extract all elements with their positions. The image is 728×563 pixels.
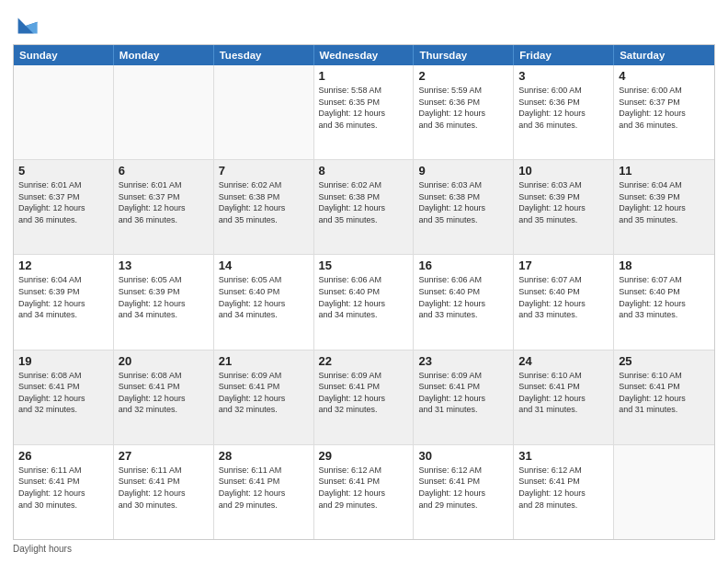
- calendar-cell: 28Sunrise: 6:11 AM Sunset: 6:41 PM Dayli…: [214, 445, 314, 539]
- calendar-cell: 6Sunrise: 6:01 AM Sunset: 6:37 PM Daylig…: [114, 160, 214, 254]
- day-number: 19: [18, 354, 108, 368]
- calendar-cell: [214, 65, 314, 159]
- day-info: Sunrise: 6:05 AM Sunset: 6:40 PM Dayligh…: [219, 274, 309, 320]
- day-info: Sunrise: 6:02 AM Sunset: 6:38 PM Dayligh…: [319, 179, 409, 225]
- day-number: 6: [119, 164, 209, 178]
- day-number: 27: [119, 449, 209, 463]
- day-info: Sunrise: 6:09 AM Sunset: 6:41 PM Dayligh…: [418, 370, 508, 416]
- calendar-row: 5Sunrise: 6:01 AM Sunset: 6:37 PM Daylig…: [14, 160, 714, 255]
- day-info: Sunrise: 6:09 AM Sunset: 6:41 PM Dayligh…: [319, 370, 409, 416]
- calendar-header-cell: Sunday: [14, 45, 114, 65]
- calendar-cell: 7Sunrise: 6:02 AM Sunset: 6:38 PM Daylig…: [214, 160, 314, 254]
- day-info: Sunrise: 6:12 AM Sunset: 6:41 PM Dayligh…: [518, 465, 609, 511]
- day-number: 17: [518, 259, 609, 272]
- day-info: Sunrise: 6:10 AM Sunset: 6:41 PM Dayligh…: [518, 370, 609, 416]
- calendar-cell: [14, 65, 114, 159]
- calendar-cell: 26Sunrise: 6:11 AM Sunset: 6:41 PM Dayli…: [14, 445, 114, 539]
- day-number: 26: [18, 449, 108, 463]
- calendar-cell: 19Sunrise: 6:08 AM Sunset: 6:41 PM Dayli…: [14, 350, 114, 444]
- calendar-cell: 2Sunrise: 5:59 AM Sunset: 6:36 PM Daylig…: [414, 65, 514, 159]
- day-number: 16: [418, 259, 508, 272]
- calendar-cell: 21Sunrise: 6:09 AM Sunset: 6:41 PM Dayli…: [214, 350, 314, 444]
- day-info: Sunrise: 6:04 AM Sunset: 6:39 PM Dayligh…: [18, 274, 108, 320]
- day-info: Sunrise: 6:08 AM Sunset: 6:41 PM Dayligh…: [119, 370, 209, 416]
- calendar-header-row: SundayMondayTuesdayWednesdayThursdayFrid…: [14, 45, 714, 65]
- day-number: 5: [18, 164, 108, 178]
- day-info: Sunrise: 6:01 AM Sunset: 6:37 PM Dayligh…: [119, 179, 209, 225]
- day-info: Sunrise: 6:06 AM Sunset: 6:40 PM Dayligh…: [319, 274, 409, 320]
- day-info: Sunrise: 6:10 AM Sunset: 6:41 PM Dayligh…: [619, 370, 710, 416]
- day-number: 9: [418, 164, 508, 178]
- day-number: 28: [219, 449, 309, 463]
- calendar-cell: 8Sunrise: 6:02 AM Sunset: 6:38 PM Daylig…: [314, 160, 415, 254]
- day-info: Sunrise: 6:11 AM Sunset: 6:41 PM Dayligh…: [219, 465, 309, 511]
- calendar-cell: 24Sunrise: 6:10 AM Sunset: 6:41 PM Dayli…: [514, 350, 614, 444]
- day-number: 2: [418, 69, 508, 83]
- calendar-cell: 23Sunrise: 6:09 AM Sunset: 6:41 PM Dayli…: [414, 350, 514, 444]
- day-number: 4: [619, 69, 710, 83]
- calendar-header-cell: Friday: [514, 45, 614, 65]
- day-info: Sunrise: 6:03 AM Sunset: 6:38 PM Dayligh…: [418, 179, 508, 225]
- day-number: 29: [319, 449, 409, 463]
- calendar-row: 26Sunrise: 6:11 AM Sunset: 6:41 PM Dayli…: [14, 445, 714, 539]
- calendar-cell: 29Sunrise: 6:12 AM Sunset: 6:41 PM Dayli…: [314, 445, 415, 539]
- day-number: 11: [619, 164, 710, 178]
- day-number: 13: [119, 259, 209, 272]
- day-info: Sunrise: 6:07 AM Sunset: 6:40 PM Dayligh…: [518, 274, 609, 320]
- day-number: 24: [518, 354, 609, 368]
- day-info: Sunrise: 6:07 AM Sunset: 6:40 PM Dayligh…: [619, 274, 710, 320]
- day-info: Sunrise: 6:04 AM Sunset: 6:39 PM Dayligh…: [619, 179, 710, 225]
- calendar-cell: 5Sunrise: 6:01 AM Sunset: 6:37 PM Daylig…: [14, 160, 114, 254]
- calendar-cell: 18Sunrise: 6:07 AM Sunset: 6:40 PM Dayli…: [614, 255, 714, 349]
- calendar-cell: 27Sunrise: 6:11 AM Sunset: 6:41 PM Dayli…: [114, 445, 214, 539]
- calendar-cell: [114, 65, 214, 159]
- day-number: 31: [518, 449, 609, 463]
- day-info: Sunrise: 5:59 AM Sunset: 6:36 PM Dayligh…: [418, 85, 508, 131]
- day-number: 21: [219, 354, 309, 368]
- day-number: 12: [18, 259, 108, 272]
- day-info: Sunrise: 6:02 AM Sunset: 6:38 PM Dayligh…: [219, 179, 309, 225]
- day-number: 18: [619, 259, 710, 272]
- calendar-cell: 30Sunrise: 6:12 AM Sunset: 6:41 PM Dayli…: [414, 445, 514, 539]
- day-info: Sunrise: 6:00 AM Sunset: 6:36 PM Dayligh…: [518, 85, 609, 131]
- footer-note: Daylight hours: [13, 544, 715, 554]
- calendar-cell: 10Sunrise: 6:03 AM Sunset: 6:39 PM Dayli…: [514, 160, 614, 254]
- day-info: Sunrise: 6:11 AM Sunset: 6:41 PM Dayligh…: [119, 465, 209, 511]
- calendar-cell: [614, 445, 714, 539]
- calendar-cell: 17Sunrise: 6:07 AM Sunset: 6:40 PM Dayli…: [514, 255, 614, 349]
- calendar-row: 1Sunrise: 5:58 AM Sunset: 6:35 PM Daylig…: [14, 65, 714, 160]
- calendar-cell: 3Sunrise: 6:00 AM Sunset: 6:36 PM Daylig…: [514, 65, 614, 159]
- day-number: 1: [319, 69, 409, 83]
- day-number: 25: [619, 354, 710, 368]
- day-number: 14: [219, 259, 309, 272]
- day-info: Sunrise: 6:12 AM Sunset: 6:41 PM Dayligh…: [319, 465, 409, 511]
- day-number: 7: [219, 164, 309, 178]
- calendar-cell: 25Sunrise: 6:10 AM Sunset: 6:41 PM Dayli…: [614, 350, 714, 444]
- logo: [13, 13, 42, 39]
- calendar-cell: 12Sunrise: 6:04 AM Sunset: 6:39 PM Dayli…: [14, 255, 114, 349]
- calendar-header-cell: Wednesday: [314, 45, 415, 65]
- day-info: Sunrise: 6:09 AM Sunset: 6:41 PM Dayligh…: [219, 370, 309, 416]
- calendar-cell: 31Sunrise: 6:12 AM Sunset: 6:41 PM Dayli…: [514, 445, 614, 539]
- day-info: Sunrise: 6:01 AM Sunset: 6:37 PM Dayligh…: [18, 179, 108, 225]
- day-info: Sunrise: 6:03 AM Sunset: 6:39 PM Dayligh…: [518, 179, 609, 225]
- calendar-cell: 14Sunrise: 6:05 AM Sunset: 6:40 PM Dayli…: [214, 255, 314, 349]
- calendar-body: 1Sunrise: 5:58 AM Sunset: 6:35 PM Daylig…: [14, 65, 714, 539]
- header: [13, 9, 715, 39]
- day-info: Sunrise: 6:05 AM Sunset: 6:39 PM Dayligh…: [119, 274, 209, 320]
- calendar-row: 19Sunrise: 6:08 AM Sunset: 6:41 PM Dayli…: [14, 350, 714, 445]
- day-info: Sunrise: 6:11 AM Sunset: 6:41 PM Dayligh…: [18, 465, 108, 511]
- day-info: Sunrise: 6:08 AM Sunset: 6:41 PM Dayligh…: [18, 370, 108, 416]
- day-number: 20: [119, 354, 209, 368]
- calendar-header-cell: Tuesday: [214, 45, 314, 65]
- day-number: 22: [319, 354, 409, 368]
- day-info: Sunrise: 6:12 AM Sunset: 6:41 PM Dayligh…: [418, 465, 508, 511]
- day-info: Sunrise: 5:58 AM Sunset: 6:35 PM Dayligh…: [319, 85, 409, 131]
- calendar-cell: 1Sunrise: 5:58 AM Sunset: 6:35 PM Daylig…: [314, 65, 415, 159]
- day-number: 30: [418, 449, 508, 463]
- calendar-cell: 15Sunrise: 6:06 AM Sunset: 6:40 PM Dayli…: [314, 255, 415, 349]
- day-info: Sunrise: 6:06 AM Sunset: 6:40 PM Dayligh…: [418, 274, 508, 320]
- day-number: 15: [319, 259, 409, 272]
- calendar-cell: 11Sunrise: 6:04 AM Sunset: 6:39 PM Dayli…: [614, 160, 714, 254]
- day-number: 10: [518, 164, 609, 178]
